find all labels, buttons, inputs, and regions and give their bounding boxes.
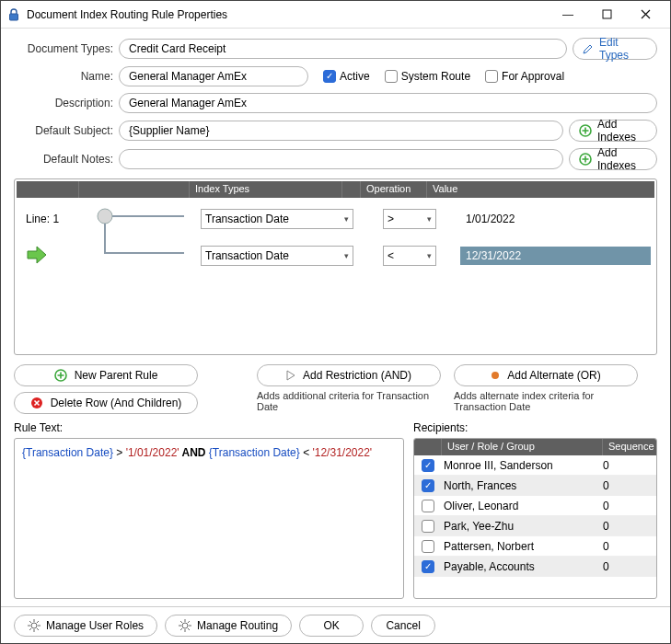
rules-grid-header: Index Types Operation Value	[17, 181, 654, 198]
description-label: Description:	[14, 97, 113, 109]
play-icon	[286, 370, 295, 381]
value-cell[interactable]: 12/31/2022	[460, 247, 651, 265]
arrow-right-icon	[26, 245, 48, 265]
cancel-button[interactable]: Cancel	[371, 615, 435, 637]
add-indexes-notes-button[interactable]: Add Indexes	[569, 148, 657, 170]
gear-icon	[179, 619, 191, 632]
x-circle-icon	[30, 397, 43, 409]
svg-point-17	[182, 623, 188, 628]
circle-icon	[491, 371, 500, 380]
recipient-row[interactable]: North, Frances0	[414, 476, 656, 496]
name-input[interactable]	[119, 66, 308, 86]
recipients-label: Recipients:	[413, 421, 657, 434]
checkbox-icon	[422, 459, 434, 472]
recipient-row[interactable]: Park, Yee-Zhu0	[414, 516, 656, 536]
recipient-name: Payable, Accounts	[442, 560, 603, 573]
svg-line-23	[188, 628, 190, 630]
window-title: Document Index Routing Rule Properties	[27, 8, 549, 21]
recipient-name: Park, Yee-Zhu	[442, 520, 603, 533]
name-label: Name:	[14, 70, 113, 83]
operation-select[interactable]: >▾	[383, 209, 436, 229]
svg-line-25	[180, 628, 182, 630]
actions-row: New Parent Rule Delete Row (And Children…	[14, 364, 657, 414]
recipients-header: User / Role / Group Sequence	[414, 439, 656, 455]
delete-row-button[interactable]: Delete Row (And Children)	[14, 392, 198, 414]
svg-point-7	[492, 372, 499, 379]
app-window: Document Index Routing Rule Properties —…	[0, 0, 671, 644]
checkbox-icon	[323, 70, 336, 83]
recipient-name: North, Frances	[442, 479, 603, 492]
doc-types-label: Document Types:	[14, 42, 113, 55]
recipient-row[interactable]: Payable, Accounts0	[414, 557, 656, 577]
svg-line-14	[37, 628, 39, 630]
checkbox-icon	[422, 560, 434, 573]
checkbox-icon	[422, 540, 434, 553]
operation-select[interactable]: <▾	[383, 246, 436, 266]
default-notes-label: Default Notes:	[14, 153, 113, 166]
plus-circle-icon	[54, 369, 67, 382]
close-button[interactable]	[626, 2, 665, 28]
value-cell[interactable]: 1/01/2022	[460, 210, 651, 228]
content-area: Document Types: Edit Types Name: Active …	[1, 29, 670, 606]
gear-icon	[28, 619, 40, 632]
recipient-row[interactable]: Monroe III, Sanderson0	[414, 455, 656, 476]
lower-split: Rule Text: {Transaction Date} > '1/01/20…	[14, 421, 657, 599]
checkbox-icon	[422, 520, 434, 533]
manage-routing-button[interactable]: Manage Routing	[165, 615, 292, 637]
svg-line-13	[29, 621, 31, 623]
recipient-row[interactable]: Oliver, Leonard0	[414, 496, 656, 516]
plus-circle-icon	[579, 124, 592, 137]
svg-rect-0	[10, 14, 18, 20]
recipient-sequence: 0	[603, 560, 656, 573]
recipients-body[interactable]: Monroe III, Sanderson0North, Frances0Oli…	[414, 455, 656, 577]
footer-bar: Manage User Roles Manage Routing OK Canc…	[1, 606, 670, 643]
doc-types-input[interactable]	[119, 39, 567, 59]
rules-grid-body: Line: 1 Transaction Date▾ >▾	[17, 198, 654, 352]
checkbox-icon	[385, 70, 398, 83]
rule-text-panel: {Transaction Date} > '1/01/2022' AND {Tr…	[14, 438, 404, 599]
add-indexes-subject-button[interactable]: Add Indexes	[569, 120, 657, 142]
recipient-sequence: 0	[603, 540, 656, 553]
add-alternate-or-button[interactable]: Add Alternate (OR)	[454, 364, 638, 386]
add-restriction-and-button[interactable]: Add Restriction (AND)	[257, 364, 441, 386]
index-type-select[interactable]: Transaction Date▾	[201, 246, 353, 266]
rule-row: Transaction Date▾ <▾ 12/31/2022	[17, 242, 654, 270]
recipient-sequence: 0	[603, 479, 656, 492]
recipient-row[interactable]: Pattersen, Norbert0	[414, 536, 656, 557]
index-type-select[interactable]: Transaction Date▾	[201, 209, 353, 229]
chevron-down-icon: ▾	[344, 214, 349, 224]
svg-line-22	[180, 621, 182, 623]
recipient-name: Pattersen, Norbert	[442, 540, 603, 553]
description-input[interactable]	[119, 93, 657, 113]
checkbox-icon	[422, 500, 434, 512]
plus-circle-icon	[579, 153, 592, 166]
for-approval-checkbox[interactable]: For Approval	[485, 70, 564, 83]
pencil-icon	[583, 43, 594, 54]
chevron-down-icon: ▾	[427, 214, 432, 224]
minimize-button[interactable]: —	[549, 2, 587, 28]
active-checkbox[interactable]: Active	[323, 70, 370, 83]
svg-point-8	[31, 623, 37, 628]
rule-row: Line: 1 Transaction Date▾ >▾	[17, 205, 654, 233]
default-notes-input[interactable]	[119, 149, 563, 169]
recipients-panel: User / Role / Group Sequence Monroe III,…	[413, 438, 657, 599]
recipient-sequence: 0	[603, 459, 656, 472]
app-lock-icon	[6, 7, 21, 22]
default-subject-label: Default Subject:	[14, 124, 113, 137]
line-label: Line: 1	[17, 213, 79, 225]
titlebar: Document Index Routing Rule Properties —	[1, 1, 670, 29]
checkbox-icon	[422, 479, 434, 492]
default-subject-input[interactable]	[119, 121, 563, 141]
chevron-down-icon: ▾	[344, 251, 349, 260]
chevron-down-icon: ▾	[427, 251, 432, 260]
rule-text-label: Rule Text:	[14, 421, 404, 434]
svg-point-4	[98, 209, 112, 224]
manage-user-roles-button[interactable]: Manage User Roles	[14, 615, 157, 637]
system-route-checkbox[interactable]: System Route	[385, 70, 470, 83]
new-parent-rule-button[interactable]: New Parent Rule	[14, 364, 198, 386]
recipient-sequence: 0	[603, 500, 656, 512]
maximize-button[interactable]	[587, 2, 626, 28]
add-and-hint: Adds additional criteria for Transaction…	[257, 390, 441, 412]
edit-types-button[interactable]: Edit Types	[573, 38, 657, 60]
ok-button[interactable]: OK	[299, 615, 364, 637]
